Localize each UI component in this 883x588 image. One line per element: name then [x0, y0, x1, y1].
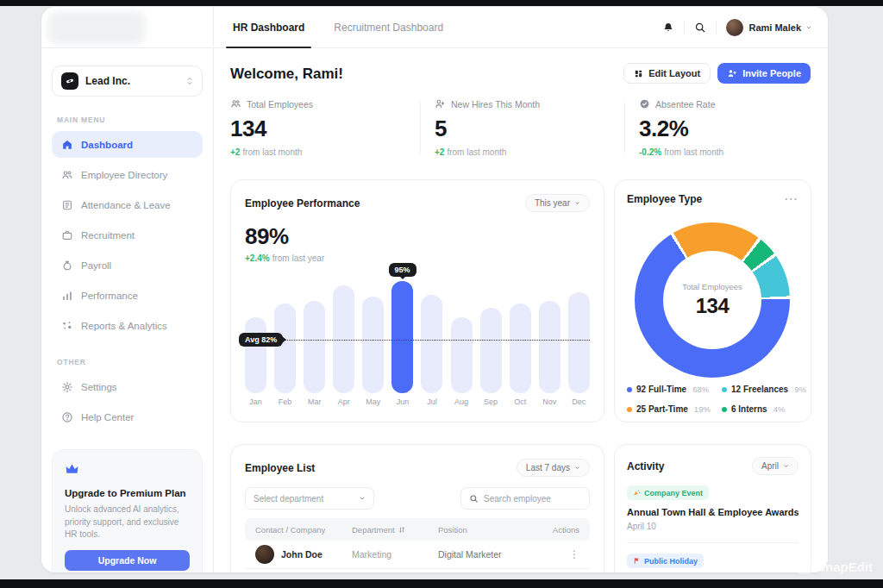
search-icon[interactable] [694, 22, 706, 34]
bar-nov [539, 301, 560, 393]
tab-hr-dashboard[interactable]: HR Dashboard [229, 7, 308, 47]
chevron-down-icon [574, 200, 580, 206]
layout-icon [634, 69, 643, 78]
upgrade-now-button[interactable]: Upgrade Now [65, 550, 190, 571]
month-select[interactable]: April [752, 457, 798, 475]
month-label: Sep [480, 397, 502, 406]
row-actions-kebab-icon[interactable]: ⋮ [545, 548, 579, 560]
search-input[interactable] [484, 494, 579, 504]
average-line [245, 340, 590, 341]
activity-item: Company EventAnnual Town Hall & Employee… [627, 475, 798, 531]
main-content: Welcome, Rami! Edit Layout Invite People… [215, 48, 828, 572]
users-icon [60, 169, 73, 181]
chevron-down-icon [805, 24, 812, 31]
avatar [726, 19, 743, 36]
month-label: Jun [391, 397, 413, 406]
stat-change: +2from last month [435, 147, 624, 157]
legend-part-time: 25 Part-Time19% [627, 404, 722, 414]
bar-labels: JanFebMarAprMayJunJulAugSepOctNovDec [245, 397, 590, 406]
bar-aug [451, 317, 473, 393]
sidebar-item-dashboard[interactable]: Dashboard [52, 131, 203, 158]
sidebar-item-employee-directory[interactable]: Employee Directory [52, 161, 203, 188]
calendar-icon [60, 199, 73, 211]
divider [684, 22, 685, 34]
card-title: Employee List [245, 462, 315, 474]
gear-icon [60, 381, 73, 393]
employee-list-card: Employee List Last 7 days Select departm… [230, 444, 604, 572]
stat-change: +2from last month [230, 147, 420, 157]
month-label: Feb [274, 397, 296, 406]
org-logo-icon [61, 72, 78, 90]
legend-dot [722, 407, 727, 412]
month-label: Aug [451, 397, 473, 406]
dashboard-tabs: HR Dashboard Recruitment Dashboard [214, 7, 447, 47]
card-title: Employee Type [627, 193, 702, 205]
activity-badge: Company Event [627, 485, 709, 500]
bar-jan [245, 317, 266, 393]
more-menu-icon[interactable]: ··· [785, 192, 798, 205]
table-row[interactable]: John DoeMarketingDigital Marketer⋮ [245, 541, 590, 569]
employee-position: Digital Marketer [438, 549, 545, 560]
performance-value: 89% [245, 223, 590, 250]
org-switcher[interactable]: Lead Inc. [52, 66, 203, 97]
legend-dot [722, 387, 727, 392]
period-select[interactable]: This year [525, 194, 590, 212]
department-column[interactable]: Department [352, 525, 438, 535]
top-header: HR Dashboard Recruitment Dashboard Rami … [41, 7, 828, 48]
sidebar-item-performance[interactable]: Performance [52, 282, 203, 309]
sidebar-item-attendance-leave[interactable]: Attendance & Leave [52, 191, 203, 218]
bar-mar [304, 301, 325, 393]
upgrade-title: Upgrade to Premium Plan [65, 488, 190, 498]
average-tag: Avg 82% [239, 333, 283, 347]
employee-type-card: Employee Type ··· Total Employees 134 92… [614, 179, 811, 422]
legend-full-time: 92 Full-Time68% [627, 385, 722, 394]
activity-list: Company EventAnnual Town Hall & Employee… [627, 475, 798, 572]
legend-interns: 6 Interns4% [722, 404, 806, 414]
chevron-down-icon [359, 495, 366, 502]
activity-card: Activity April Company EventAnnual Town … [614, 444, 811, 572]
employee-type-donut: Total Employees 134 [635, 222, 790, 378]
upgrade-description: Unlock advanced AI analytics, priority s… [65, 504, 190, 541]
edit-layout-button[interactable]: Edit Layout [623, 63, 711, 84]
home-icon [60, 139, 73, 151]
chevron-down-icon [783, 463, 789, 469]
activity-date: April 10 [627, 522, 798, 531]
table-row[interactable]: Maria TanFinanceFinance Manager⋮ [245, 569, 590, 572]
employee-search[interactable] [460, 487, 590, 510]
sidebar-item-reports-analytics[interactable]: Reports & Analytics [52, 312, 203, 339]
employee-name: John Doe [281, 549, 323, 560]
invite-people-button[interactable]: Invite People [717, 63, 811, 84]
period-select[interactable]: Last 7 days [517, 459, 590, 477]
upgrade-card: Upgrade to Premium Plan Unlock advanced … [52, 449, 203, 572]
bar-jun [391, 281, 413, 393]
user-plus-icon [435, 98, 446, 109]
legend-dot [627, 387, 632, 392]
updown-icon [186, 77, 193, 85]
bars [245, 275, 590, 393]
user-name: Rami Malek [748, 22, 801, 33]
sidebar-item-settings[interactable]: Settings [52, 373, 203, 400]
table-header: Contact / Company Department Position Ac… [245, 518, 590, 541]
month-label: Nov [539, 397, 560, 406]
card-title: Activity [627, 460, 664, 472]
main-menu: Dashboard Employee Directory Attendance … [41, 131, 213, 339]
sidebar: Lead Inc. MAIN MENU Dashboard Employee D… [41, 48, 214, 572]
users-group-icon [230, 98, 241, 109]
sidebar-item-payroll[interactable]: Payroll [52, 252, 203, 278]
bar-may [362, 297, 384, 393]
activity-item: Public HolidayNational Good Friday [627, 543, 798, 572]
bell-icon[interactable] [662, 22, 674, 34]
org-name: Lead Inc. [85, 75, 179, 87]
sidebar-item-recruitment[interactable]: Recruitment [52, 222, 203, 248]
stat-absentee-rate: Absentee Rate 3.2% -0.2%from last month [624, 98, 828, 157]
month-label: Mar [304, 397, 325, 406]
donut-center: Total Employees 134 [663, 251, 761, 349]
stat-value: 3.2% [639, 116, 828, 142]
sidebar-item-help-center[interactable]: Help Center [52, 403, 203, 430]
department-select[interactable]: Select department [245, 487, 374, 510]
tab-recruitment-dashboard[interactable]: Recruitment Dashboard [330, 7, 447, 47]
other-menu: Settings Help Center [41, 373, 213, 430]
user-menu[interactable]: Rami Malek [726, 19, 812, 36]
month-label: Oct [510, 397, 531, 406]
month-label: Apr [333, 397, 354, 406]
